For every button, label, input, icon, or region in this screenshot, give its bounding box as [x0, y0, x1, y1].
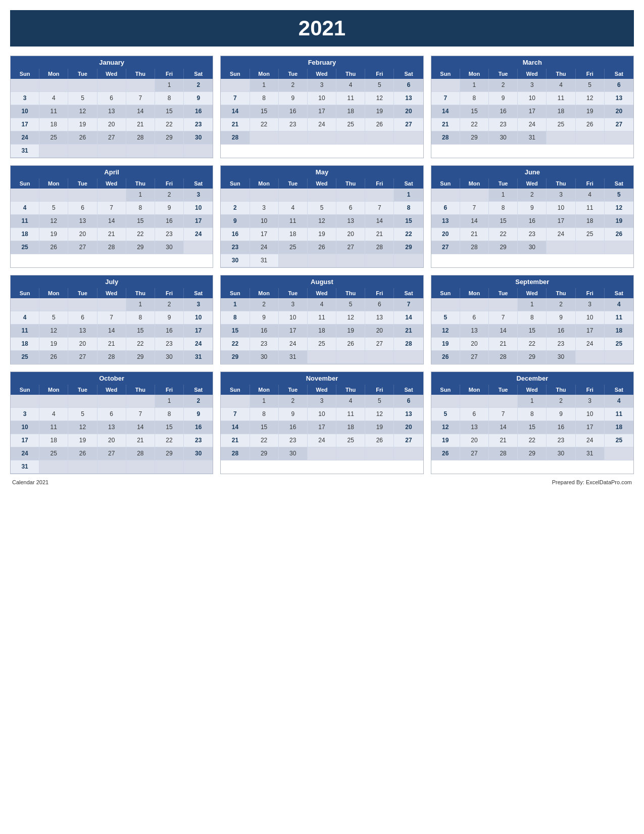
day-cell: 1	[250, 395, 279, 408]
month-title: June	[431, 166, 633, 178]
day-cell	[97, 460, 126, 474]
footer: Calendar 2021 Prepared By: ExcelDataPro.…	[10, 479, 634, 485]
day-cell: 13	[68, 215, 97, 228]
day-cell: 18	[605, 421, 633, 434]
day-cell: 5	[39, 311, 68, 325]
day-cell: 3	[518, 79, 547, 92]
day-header-thu: Thu	[547, 69, 575, 79]
day-header-wed: Wed	[518, 69, 547, 79]
day-cell: 16	[279, 105, 308, 118]
day-cell: 14	[460, 215, 489, 228]
day-cell: 21	[489, 434, 518, 447]
day-cell: 21	[97, 338, 126, 351]
day-cell: 25	[547, 118, 575, 131]
month-block-june: JuneSunMonTueWedThuFriSat123456789101112…	[431, 165, 634, 268]
day-cell: 12	[68, 105, 97, 118]
day-header-sun: Sun	[221, 178, 250, 189]
day-cell: 16	[547, 421, 575, 434]
day-cell: 28	[221, 447, 250, 460]
day-cell: 22	[155, 118, 184, 131]
day-cell: 30	[155, 241, 184, 254]
day-cell	[605, 351, 633, 364]
day-cell: 22	[155, 434, 184, 447]
month-title: December	[431, 372, 633, 385]
day-header-sun: Sun	[221, 69, 250, 79]
day-cell	[365, 189, 394, 202]
day-cell: 3	[11, 408, 39, 421]
day-cell	[221, 189, 250, 202]
day-cell	[605, 131, 633, 145]
day-cell: 2	[250, 298, 279, 311]
day-cell: 6	[394, 79, 423, 92]
month-title: October	[11, 372, 213, 385]
month-block-november: NovemberSunMonTueWedThuFriSat12345678910…	[220, 372, 423, 474]
month-block-august: AugustSunMonTueWedThuFriSat1234567891011…	[220, 275, 423, 364]
day-cell: 1	[489, 189, 518, 202]
month-title: August	[221, 275, 423, 288]
day-cell: 17	[308, 105, 336, 118]
day-cell: 13	[460, 421, 489, 434]
day-cell: 12	[431, 325, 460, 338]
day-cell: 10	[11, 105, 39, 118]
day-cell: 15	[250, 421, 279, 434]
day-header-wed: Wed	[97, 178, 126, 189]
day-header-wed: Wed	[97, 288, 126, 298]
day-cell: 5	[431, 408, 460, 421]
day-cell: 24	[250, 241, 279, 254]
day-cell: 4	[547, 79, 575, 92]
day-header-sat: Sat	[394, 178, 423, 189]
month-block-march: MarchSunMonTueWedThuFriSat12345678910111…	[431, 56, 634, 158]
day-cell: 4	[605, 298, 633, 311]
day-header-mon: Mon	[39, 288, 68, 298]
day-cell: 29	[126, 351, 155, 364]
day-cell: 23	[279, 434, 308, 447]
day-cell	[431, 395, 460, 408]
day-header-sat: Sat	[184, 178, 213, 189]
day-cell: 2	[184, 79, 213, 92]
day-cell: 13	[365, 311, 394, 325]
day-header-sun: Sun	[431, 288, 460, 298]
day-cell	[39, 79, 68, 92]
day-cell: 16	[184, 105, 213, 118]
day-cell: 2	[518, 189, 547, 202]
day-cell: 24	[547, 228, 575, 241]
day-cell: 13	[394, 92, 423, 105]
day-cell	[221, 79, 250, 92]
day-cell	[39, 145, 68, 158]
day-cell: 4	[576, 189, 605, 202]
day-cell: 5	[365, 395, 394, 408]
day-cell: 24	[184, 228, 213, 241]
day-cell: 15	[155, 105, 184, 118]
day-cell: 22	[126, 228, 155, 241]
day-cell	[39, 460, 68, 474]
day-cell: 17	[250, 228, 279, 241]
day-cell	[431, 79, 460, 92]
day-cell: 10	[576, 311, 605, 325]
day-header-fri: Fri	[365, 385, 394, 395]
day-cell: 30	[221, 254, 250, 267]
day-cell: 4	[11, 311, 39, 325]
day-header-sat: Sat	[394, 288, 423, 298]
day-cell: 2	[547, 395, 575, 408]
day-cell: 17	[547, 215, 575, 228]
day-cell: 4	[336, 79, 365, 92]
day-header-mon: Mon	[460, 288, 489, 298]
day-header-fri: Fri	[155, 178, 184, 189]
day-cell: 25	[605, 338, 633, 351]
day-header-thu: Thu	[547, 385, 575, 395]
day-header-fri: Fri	[365, 178, 394, 189]
day-cell: 19	[39, 228, 68, 241]
day-cell: 27	[365, 338, 394, 351]
day-cell	[460, 189, 489, 202]
day-cell: 5	[308, 202, 336, 215]
day-cell: 23	[250, 338, 279, 351]
day-cell: 13	[97, 421, 126, 434]
day-cell: 2	[184, 395, 213, 408]
day-cell	[97, 298, 126, 311]
day-cell: 18	[547, 105, 575, 118]
day-cell: 7	[460, 202, 489, 215]
day-cell: 3	[576, 298, 605, 311]
day-cell: 6	[365, 298, 394, 311]
day-header-fri: Fri	[155, 288, 184, 298]
day-cell: 22	[221, 338, 250, 351]
